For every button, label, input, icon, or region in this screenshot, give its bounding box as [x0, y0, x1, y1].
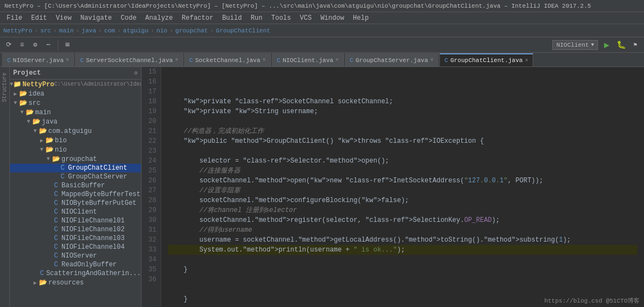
run-config-dropdown[interactable]: NIOClient ▼	[552, 40, 598, 50]
nav-bar: NettyPro › src › main › java › com › atg…	[0, 24, 644, 37]
tab-groupchatserver-java[interactable]: CGroupChatServer.java×	[345, 53, 439, 66]
debug-button[interactable]: 🐛	[615, 40, 626, 51]
menu-item-refactor[interactable]: Refactor	[177, 13, 218, 23]
tree-expand-arrow[interactable]: ▼	[12, 100, 19, 106]
more-btn[interactable]: ⋯	[43, 40, 54, 51]
menu-item-vcs[interactable]: VCS	[296, 13, 317, 23]
tree-item-scatteringandgatherin---[interactable]: CScatteringAndGatherin...	[10, 269, 141, 278]
tree-item-label: resources	[48, 279, 84, 287]
tab-serversocketchannel-java[interactable]: CServerSocketChannel.java×	[75, 53, 183, 66]
tree-item-mappedbytebuffertest[interactable]: CMappedByteBufferTest	[10, 190, 141, 199]
tab-close-btn[interactable]: ×	[525, 58, 528, 64]
tab-close-btn[interactable]: ×	[430, 57, 433, 63]
menu-item-file[interactable]: File	[2, 13, 27, 23]
tree-item-src[interactable]: ▼📂src	[10, 98, 141, 108]
code-content[interactable]: "kw">private "class-ref">SocketChannel s…	[161, 67, 644, 307]
tree-item-groupchatserver[interactable]: CGroupChatServer	[10, 172, 141, 181]
code-line: "kw">public "method">GroupChatClient() "…	[168, 136, 637, 146]
tree-item-nioclient[interactable]: CNIOClient	[10, 208, 141, 216]
tree-item-nio[interactable]: ▼📂nio	[10, 145, 141, 154]
java-file-icon: C	[80, 57, 84, 64]
tree-item-idea[interactable]: ▶📂idea	[10, 89, 141, 98]
tree-expand-arrow[interactable]: ▼	[19, 109, 25, 115]
tree-expand-arrow[interactable]: ▶	[38, 137, 45, 144]
nav-item-groupchat[interactable]: groupchat	[176, 27, 208, 34]
tree-item-niofilechannel03[interactable]: CNIOFileChannel03	[10, 234, 141, 243]
code-area[interactable]: 1516171819202122232425262728293031323334…	[142, 67, 644, 307]
tab-label: SocketChannel.java	[195, 57, 261, 64]
menu-item-view[interactable]: View	[52, 13, 76, 23]
folder-icon: 📂	[45, 146, 54, 154]
collapse-btn[interactable]: ≡	[16, 40, 27, 51]
settings-btn[interactable]: ⚙	[30, 40, 41, 51]
tab-groupchatclient-java[interactable]: CGroupChatClient.java×	[439, 53, 533, 66]
tab-label: ServerSocketChannel.java	[86, 57, 173, 64]
tab-close-btn[interactable]: ×	[336, 57, 339, 63]
tree-item-niofilechannel04[interactable]: CNIOFileChannel04	[10, 243, 141, 252]
tab-close-btn[interactable]: ×	[66, 57, 69, 63]
nav-item-atguigu[interactable]: atguigu	[123, 27, 148, 34]
tree-item-basicbuffer[interactable]: CBasicBuffer	[10, 181, 141, 190]
menu-item-run[interactable]: Run	[246, 13, 267, 23]
project-tree: ▼📁NettyPro C:\Users\Administrator\IdeaPr…	[10, 80, 141, 287]
tab-nioclient-java[interactable]: CNIOClient.java×	[272, 53, 344, 66]
tab-nioserver-java[interactable]: CNIOServer.java×	[2, 53, 74, 66]
folder-icon: 📁	[13, 80, 21, 88]
tree-item-label: NIOServer	[61, 252, 97, 260]
tree-item-groupchat[interactable]: ▼📂groupchat	[10, 154, 141, 164]
menu-item-analyze[interactable]: Analyze	[141, 13, 177, 23]
nav-item-src[interactable]: src	[40, 27, 51, 34]
tree-item-label: java	[42, 118, 58, 126]
menu-item-window[interactable]: Window	[316, 13, 348, 23]
tree-item-nioserver[interactable]: CNIOServer	[10, 252, 141, 260]
sync-btn[interactable]: ⟳	[3, 40, 14, 51]
tree-item-com-atguigu[interactable]: ▼📂com.atguigu	[10, 126, 141, 136]
tree-item-label: NIOFileChannel01	[61, 217, 125, 225]
tab-socketchannel-java[interactable]: CSocketChannel.java×	[184, 53, 270, 66]
coverage-button[interactable]: ⚑	[630, 40, 641, 51]
tree-expand-arrow[interactable]: ▼	[38, 147, 45, 153]
tree-expand-arrow[interactable]: ▼	[45, 156, 52, 162]
nav-sep: ›	[98, 27, 102, 34]
java-file-icon: C	[52, 252, 60, 260]
tree-item-bio[interactable]: ▶📂bio	[10, 136, 141, 145]
structure-btn[interactable]: ⊞	[62, 40, 73, 51]
tree-item-niobytebufferputget[interactable]: CNIOByteBufferPutGet	[10, 199, 141, 208]
tree-expand-arrow[interactable]: ▼	[25, 119, 32, 125]
menu-item-build[interactable]: Build	[218, 13, 246, 23]
menu-item-tools[interactable]: Tools	[267, 13, 296, 23]
nav-item-java[interactable]: java	[82, 27, 96, 34]
nav-item-groupchatclient[interactable]: GroupChatClient	[216, 27, 270, 34]
menu-item-code[interactable]: Code	[116, 13, 141, 23]
tree-item-niofilechannel02[interactable]: CNIOFileChannel02	[10, 225, 141, 234]
tree-expand-arrow[interactable]: ▶	[12, 91, 19, 97]
nav-item-nettypro[interactable]: NettyPro	[3, 27, 32, 34]
tab-close-btn[interactable]: ×	[263, 57, 266, 63]
tree-item-resources[interactable]: ▶📂resources	[10, 278, 141, 287]
tree-expand-arrow[interactable]: ▼	[32, 128, 38, 134]
tree-item-groupchatclient[interactable]: CGroupChatClient	[10, 164, 141, 172]
sidebar-gear[interactable]: ⚙	[134, 70, 138, 76]
menu-item-edit[interactable]: Edit	[27, 13, 52, 23]
tree-item-java[interactable]: ▼📂java	[10, 117, 141, 126]
run-button[interactable]: ▶	[601, 40, 612, 51]
menu-item-navigate[interactable]: Navigate	[76, 13, 116, 23]
java-file-icon: C	[350, 57, 354, 64]
nav-item-com[interactable]: com	[104, 27, 115, 34]
menu-item-help[interactable]: Help	[348, 13, 373, 23]
tree-item-main[interactable]: ▼📂main	[10, 108, 141, 117]
java-file-icon: C	[52, 182, 60, 189]
dropdown-icon: ▼	[591, 42, 594, 48]
tree-root-item[interactable]: ▼📁NettyPro C:\Users\Administrator\IdeaPr…	[10, 80, 141, 89]
tree-expand-arrow[interactable]: ▶	[32, 280, 38, 286]
code-line: System.out."method">println(username + "…	[168, 245, 637, 255]
tree-item-niofilechannel01[interactable]: CNIOFileChannel01	[10, 216, 141, 225]
nav-item-main[interactable]: main	[59, 27, 74, 34]
structure-label[interactable]: Structure	[2, 72, 8, 102]
nav-item-nio[interactable]: nio	[156, 27, 167, 34]
tree-item-label: NIOByteBufferPutGet	[61, 199, 137, 207]
tree-item-readonlybuffer[interactable]: CReadOnlyBuffer	[10, 260, 141, 269]
tab-close-btn[interactable]: ×	[175, 57, 178, 63]
nav-sep: ›	[76, 27, 80, 34]
tab-bar: CNIOServer.java×CServerSocketChannel.jav…	[0, 53, 644, 67]
